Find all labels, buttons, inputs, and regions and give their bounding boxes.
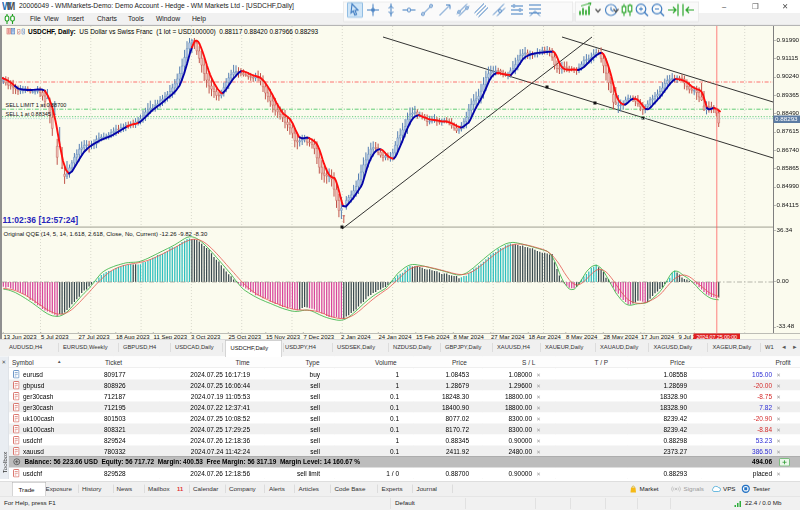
svg-text:M: M	[7, 1, 15, 12]
